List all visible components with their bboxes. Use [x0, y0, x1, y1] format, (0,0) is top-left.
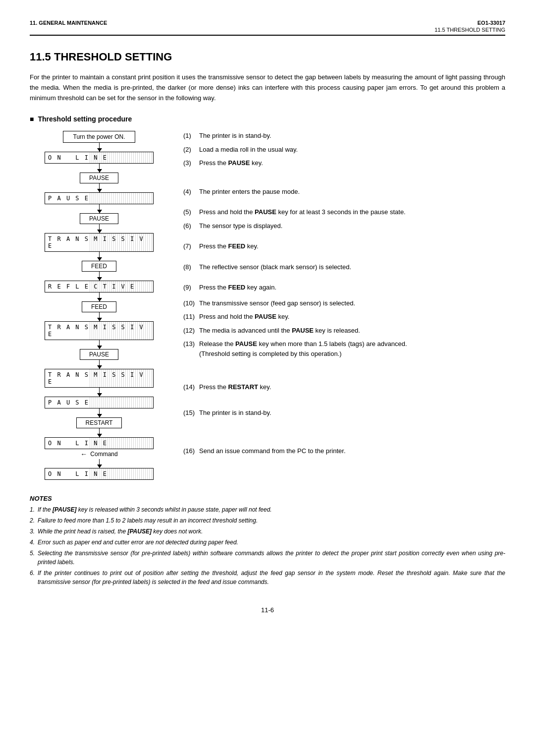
intro-paragraph: For the printer to maintain a constant p…: [30, 72, 505, 103]
instr-1: (1) The printer is in stand-by.: [183, 131, 505, 141]
fc-arrow: [99, 459, 100, 468]
fc-arrow: [99, 164, 100, 173]
fc-arrow: [99, 360, 100, 369]
flowchart: Turn the power ON. O N L I N E PAUSE P A…: [30, 131, 168, 480]
fc-display-pause-2: P A U S E: [45, 397, 154, 408]
page: 11. GENERAL MAINTENANCE EO1-33017 11.5 T…: [0, 0, 535, 756]
fc-key-restart: RESTART: [76, 417, 122, 428]
spacer-4: [183, 255, 505, 262]
spacer-9: [183, 421, 505, 446]
notes-list: If the [PAUSE] key is released within 3 …: [30, 505, 505, 586]
fc-key-pause-2: PAUSE: [80, 213, 118, 224]
fc-display-online-2: O N L I N E: [45, 437, 154, 449]
instr-14: (14) Press the RESTART key.: [183, 382, 505, 392]
instr-13: (13) Release the PAUSE key when more tha…: [183, 339, 505, 358]
section-label: 11. GENERAL MAINTENANCE: [30, 20, 107, 26]
spacer-7: [183, 362, 505, 382]
content-area: Turn the power ON. O N L I N E PAUSE P A…: [30, 131, 505, 480]
fc-display-pause-1: P A U S E: [45, 192, 154, 204]
fc-key-pause-3: PAUSE: [80, 349, 118, 360]
instr-5: (5) Press and hold the PAUSE key for at …: [183, 207, 505, 217]
fc-arrow: [99, 388, 100, 397]
instr-10: (10) The transmissive sensor (feed gap s…: [183, 298, 505, 308]
spacer-3: [183, 234, 505, 241]
instr-3: (3) Press the PAUSE key.: [183, 158, 505, 168]
instructions-panel: (1) The printer is in stand-by. (2) Load…: [183, 131, 505, 480]
spacer-8: [183, 396, 505, 408]
header-divider: [30, 35, 505, 36]
instr-9: (9) Press the FEED key again.: [183, 283, 505, 292]
fc-display-online-3: O N L I N E: [45, 468, 154, 480]
notes-title: NOTES: [30, 495, 505, 502]
instr-8: (8) The reflective sensor (black mark se…: [183, 262, 505, 272]
fc-arrow: [99, 312, 100, 321]
fc-arrow: [99, 252, 100, 261]
fc-display-transmissive-3: T R A N S M I S S I V E: [45, 369, 154, 388]
instr-16: (16) Send an issue command from the PC t…: [183, 446, 505, 456]
fc-arrow: [99, 340, 100, 349]
fc-start-box: Turn the power ON.: [63, 131, 136, 143]
instr-7: (7) Press the FEED key.: [183, 241, 505, 251]
instr-12: (12) The media is advanced until the PAU…: [183, 326, 505, 336]
instr-15: (15) The printer is in stand-by.: [183, 408, 505, 418]
note-item-5: Selecting the transmissive sensor (for p…: [30, 549, 505, 567]
spacer-5: [183, 276, 505, 283]
fc-arrow: [99, 408, 100, 417]
section-title: 11.5 THRESHOLD SETTING: [30, 51, 505, 63]
note-item-4: Error such as paper end and cutter error…: [30, 538, 505, 547]
fc-display-reflective: R E F L E C T I V E: [45, 281, 154, 292]
note-item-2: Failure to feed more than 1.5 to 2 label…: [30, 516, 505, 525]
command-label: Command: [90, 451, 117, 458]
spacer-2: [183, 200, 505, 207]
fc-arrow: [99, 143, 100, 152]
fc-arrow: [99, 272, 100, 281]
notes-section: NOTES If the [PAUSE] key is released wit…: [30, 495, 505, 586]
fc-key-feed-2: FEED: [82, 301, 116, 312]
instr-6: (6) The sensor type is displayed.: [183, 221, 505, 231]
fc-arrow: [99, 204, 100, 213]
fc-arrow: [99, 292, 100, 301]
doc-info: EO1-33017 11.5 THRESHOLD SETTING: [434, 20, 505, 33]
fc-arrow: [99, 224, 100, 233]
instr-4: (4) The printer enters the pause mode.: [183, 187, 505, 197]
fc-key-feed-1: FEED: [82, 261, 116, 272]
note-item-3: While the print head is raised, the [PAU…: [30, 527, 505, 536]
fc-display-online-1: O N L I N E: [45, 152, 154, 164]
page-header: 11. GENERAL MAINTENANCE EO1-33017 11.5 T…: [30, 20, 505, 33]
fc-display-transmissive-2: T R A N S M I S S I V E: [45, 321, 154, 340]
fc-display-transmissive-1: T R A N S M I S S I V E: [45, 233, 154, 252]
command-row: ← Command: [80, 450, 117, 458]
spacer-1: [183, 172, 505, 187]
doc-number: EO1-33017: [434, 20, 505, 26]
instr-2: (2) Load a media roll in the usual way.: [183, 145, 505, 155]
fc-arrow: [99, 428, 100, 437]
fc-key-pause-1: PAUSE: [80, 173, 118, 183]
fc-arrow: [99, 183, 100, 192]
note-item-6: If the printer continues to print out of…: [30, 569, 505, 586]
page-number: 11-6: [30, 606, 505, 614]
subsection-title: Threshold setting procedure: [30, 115, 505, 123]
note-item-1: If the [PAUSE] key is released within 3 …: [30, 505, 505, 514]
section-ref: 11.5 THRESHOLD SETTING: [434, 27, 505, 33]
instr-11: (11) Press and hold the PAUSE key.: [183, 312, 505, 322]
